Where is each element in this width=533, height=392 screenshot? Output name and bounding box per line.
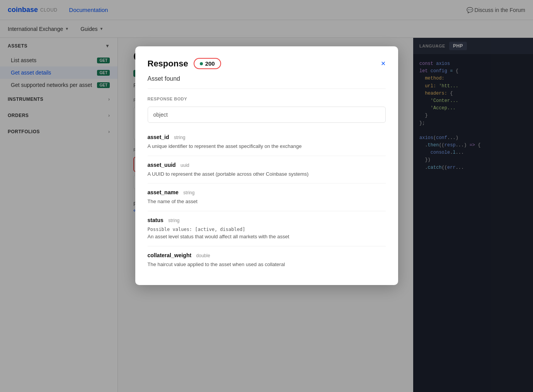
modal-close-button[interactable]: ×: [381, 59, 386, 68]
field-desc-asset-name: The name of the asset: [148, 198, 386, 205]
object-type-box: object: [148, 107, 386, 123]
field-type-asset-uuid: uuid: [181, 163, 189, 168]
field-desc-asset-id: A unique identifier to represent the ass…: [148, 143, 386, 150]
field-name-row-status: status string: [148, 217, 386, 224]
field-name-asset-name: asset_name: [148, 189, 179, 195]
modal-header: Response 200 ×: [148, 58, 386, 69]
field-name-row-collateral: collateral_weight double: [148, 252, 386, 259]
field-name-collateral-weight: collateral_weight: [148, 252, 192, 258]
fields-list: asset_id string A unique identifier to r…: [148, 128, 386, 273]
field-desc-collateral-weight: The haircut value applied to the asset w…: [148, 261, 386, 268]
modal-title: Response: [148, 59, 188, 69]
field-row-asset-name: asset_name string The name of the asset: [148, 183, 386, 211]
field-row-asset-uuid: asset_uuid uuid A UUID to represent the …: [148, 156, 386, 184]
field-name-row-name: asset_name string: [148, 189, 386, 196]
modal-subtitle: Asset found: [148, 75, 386, 89]
field-name-status: status: [148, 217, 163, 223]
field-name-asset-id: asset_id: [148, 134, 169, 140]
field-name-row: asset_id string: [148, 134, 386, 141]
field-desc-status: Possible values: [active, disabled] An a…: [148, 226, 386, 241]
modal-overlay[interactable]: Response 200 × Asset found RESPONSE BODY…: [0, 0, 533, 392]
field-type-asset-id: string: [174, 135, 185, 140]
field-row-asset-id: asset_id string A unique identifier to r…: [148, 128, 386, 156]
field-row-status: status string Possible values: [active, …: [148, 211, 386, 246]
field-desc-asset-uuid: A UUID to represent the asset (portable …: [148, 170, 386, 178]
field-row-collateral-weight: collateral_weight double The haircut val…: [148, 246, 386, 274]
field-type-collateral-weight: double: [196, 253, 210, 258]
response-body-label: RESPONSE BODY: [148, 97, 386, 101]
field-name-asset-uuid: asset_uuid: [148, 162, 176, 168]
field-type-asset-name: string: [183, 190, 194, 195]
field-name-row-uuid: asset_uuid uuid: [148, 161, 386, 168]
modal: Response 200 × Asset found RESPONSE BODY…: [135, 46, 398, 285]
modal-status-code: 200: [205, 60, 215, 67]
modal-dot-green: [200, 62, 203, 65]
field-extra-desc-status: An asset level status that would affect …: [148, 234, 289, 239]
field-type-status: string: [168, 218, 179, 223]
modal-status-badge: 200: [194, 58, 221, 69]
field-values-status: Possible values: [active, disabled]: [148, 227, 245, 232]
object-type-text: object: [153, 112, 168, 118]
